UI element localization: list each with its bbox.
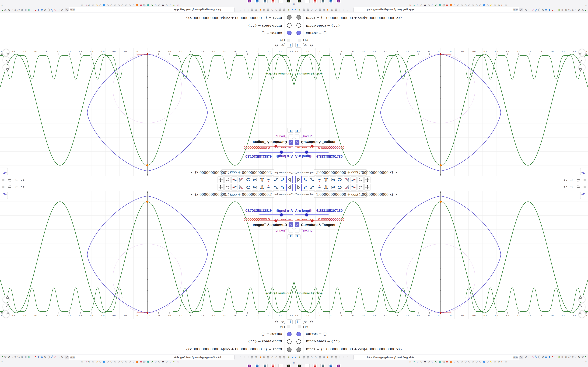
- tool-circle[interactable]: [330, 184, 336, 191]
- zoom-in-button[interactable]: [3, 304, 9, 310]
- slider-thumb[interactable]: [274, 219, 277, 222]
- browser-icon[interactable]: ⚙: [8, 8, 10, 12]
- browser-icon[interactable]: ○: [351, 355, 352, 358]
- browser-icon[interactable]: ⊕: [267, 8, 269, 12]
- browser-icon[interactable]: ●: [259, 355, 261, 359]
- browser-icon[interactable]: ⊕: [283, 8, 285, 12]
- home-button[interactable]: [3, 64, 9, 71]
- pinned-tab[interactable]: ▣: [263, 364, 268, 367]
- slider-thumb[interactable]: [305, 150, 309, 154]
- browser-icon[interactable]: ◉: [21, 355, 23, 359]
- browser-icon[interactable]: ◈: [28, 8, 30, 12]
- browser-icon[interactable]: A: [51, 355, 53, 358]
- browser-icon[interactable]: G: [454, 360, 455, 363]
- tracing-checkbox[interactable]: [289, 134, 293, 139]
- browser-icon[interactable]: ⚙: [498, 360, 500, 363]
- tool-angle[interactable]: α: [238, 184, 244, 191]
- browser-icon[interactable]: ⟳: [61, 355, 63, 359]
- tool-reflect[interactable]: [351, 176, 357, 183]
- browser-icon[interactable]: ✪: [472, 360, 474, 363]
- browser-icon[interactable]: ↓: [528, 355, 529, 358]
- browser-icon[interactable]: G: [490, 4, 492, 7]
- browser-icon[interactable]: ▯: [555, 8, 556, 12]
- algebra-row-funcs[interactable]: funcs = {1.000000000000 + cos(4.00000000…: [294, 345, 588, 354]
- browser-icon[interactable]: ✪: [114, 4, 116, 7]
- browser-icon[interactable]: G: [432, 360, 433, 363]
- browser-icon[interactable]: ○: [247, 355, 249, 359]
- function-dropdown[interactable]: 1.000000000000 + cos(4.000000000000 x) ▼: [221, 192, 274, 198]
- collapse-button[interactable]: −: [287, 325, 290, 328]
- browser-icon[interactable]: ✪: [81, 4, 83, 7]
- browser-icon[interactable]: ◯: [538, 8, 541, 12]
- arc-length-slider[interactable]: [259, 152, 293, 153]
- tool-polygon[interactable]: [259, 184, 265, 191]
- zoom-level-badge[interactable]: 81%: [513, 8, 518, 11]
- pinned-tab[interactable]: ⚙: [270, 364, 276, 367]
- graphics-stylebar-toggle[interactable]: [580, 192, 588, 199]
- pinned-tab[interactable]: 64: [328, 0, 333, 3]
- browser-icon[interactable]: ⚙: [263, 8, 266, 12]
- tool-circle[interactable]: [330, 176, 336, 183]
- browser-icon[interactable]: Я: [177, 4, 179, 7]
- browser-icon[interactable]: ⚙: [541, 8, 544, 12]
- zoom-level-badge[interactable]: 81%: [70, 8, 75, 11]
- browser-icon[interactable]: ⊕: [571, 355, 574, 359]
- tool-slider[interactable]: a=2: [357, 176, 364, 183]
- browser-icon[interactable]: ⊕: [279, 355, 282, 359]
- browser-icon[interactable]: G: [155, 4, 156, 7]
- browser-icon[interactable]: ●: [585, 355, 587, 358]
- visibility-marble[interactable]: [287, 339, 292, 344]
- browser-icon[interactable]: ●: [288, 8, 290, 12]
- tree-view-button[interactable]: [295, 43, 301, 48]
- browser-icon[interactable]: ✪: [107, 360, 109, 363]
- browser-icon[interactable]: ✓: [11, 355, 13, 359]
- browser-icon[interactable]: ✪: [505, 360, 507, 363]
- slider-thumb[interactable]: [279, 150, 283, 154]
- browser-icon[interactable]: G: [490, 360, 492, 363]
- pinned-tab[interactable]: ◉: [336, 0, 341, 3]
- tool-polygon[interactable]: [323, 176, 329, 183]
- browser-icon[interactable]: ⓘ: [143, 3, 146, 7]
- browser-icon[interactable]: G: [155, 360, 156, 363]
- visibility-marble[interactable]: [287, 31, 292, 35]
- browser-icon[interactable]: ○: [247, 8, 249, 12]
- browser-icon[interactable]: ⚙: [581, 8, 584, 12]
- input-fx-button[interactable]: ƒx: [302, 43, 308, 48]
- menu-icon[interactable]: ≡: [583, 177, 586, 183]
- browser-icon[interactable]: ◍: [483, 360, 485, 363]
- more-options-button[interactable]: ⋮: [315, 43, 321, 48]
- search-icon[interactable]: [576, 177, 581, 183]
- pinned-tab[interactable]: ▣: [263, 0, 268, 3]
- browser-icon[interactable]: →: [64, 355, 67, 358]
- browser-icon[interactable]: G: [169, 360, 171, 363]
- graphics-stylebar-toggle[interactable]: [0, 168, 8, 175]
- browser-icon[interactable]: ⊕: [319, 355, 321, 359]
- algebra-row-funcNames[interactable]: funcNames = {" "}: [0, 338, 294, 345]
- browser-icon[interactable]: ⊕: [306, 8, 309, 12]
- browser-icon[interactable]: ⬇: [38, 355, 40, 359]
- browser-icon[interactable]: ✔: [173, 360, 175, 363]
- browser-icon[interactable]: ⊕: [335, 8, 337, 12]
- zoom-out-button[interactable]: [3, 49, 9, 56]
- browser-icon[interactable]: G: [151, 360, 153, 363]
- browser-icon[interactable]: ∩: [311, 355, 313, 359]
- browser-icon[interactable]: Я: [140, 4, 142, 7]
- arc-position-slider[interactable]: [259, 220, 293, 221]
- slider-thumb[interactable]: [274, 145, 277, 148]
- tool-move-view[interactable]: [217, 184, 224, 191]
- browser-icon[interactable]: ✪: [81, 360, 83, 363]
- browser-icon[interactable]: ✪: [472, 4, 474, 7]
- browser-icon[interactable]: ✪: [158, 4, 160, 7]
- browser-icon[interactable]: ⓘ: [442, 360, 445, 364]
- browser-icon[interactable]: G: [169, 4, 171, 7]
- browser-icon[interactable]: ○: [343, 8, 345, 12]
- arc-position-slider[interactable]: [295, 220, 329, 221]
- browser-icon[interactable]: ▯: [555, 355, 556, 359]
- visibility-marble[interactable]: [296, 347, 301, 352]
- browser-icon[interactable]: ✪: [121, 4, 123, 7]
- pinned-tab[interactable]: ▣: [320, 0, 325, 3]
- pinned-tab[interactable]: ◉: [247, 0, 252, 3]
- tool-slider[interactable]: a=2: [225, 176, 231, 183]
- browser-icon[interactable]: ✪: [461, 360, 463, 363]
- browser-icon[interactable]: ⊕: [41, 8, 43, 12]
